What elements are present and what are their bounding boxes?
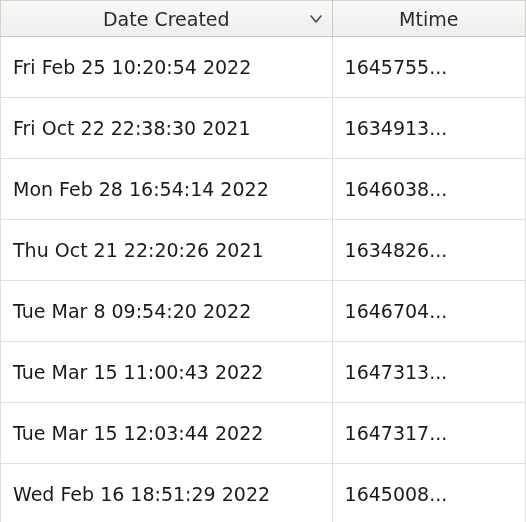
cell-mtime: 1645755... <box>332 37 525 98</box>
table-row[interactable]: Tue Mar 15 11:00:43 2022 1647313... <box>1 342 526 403</box>
table-header-row: Date Created Mtime <box>1 1 526 37</box>
cell-date-created: Tue Mar 8 09:54:20 2022 <box>1 281 333 342</box>
sort-descending-icon <box>310 15 322 23</box>
cell-mtime: 1634826... <box>332 220 525 281</box>
table-row[interactable]: Fri Oct 22 22:38:30 2021 1634913... <box>1 98 526 159</box>
cell-mtime: 1647317... <box>332 403 525 464</box>
column-header-date-created[interactable]: Date Created <box>1 1 333 37</box>
data-table: Date Created Mtime Fri Feb 25 10:20:54 2… <box>0 0 526 522</box>
table-body: Fri Feb 25 10:20:54 2022 1645755... Fri … <box>1 37 526 523</box>
cell-mtime: 1646038... <box>332 159 525 220</box>
table-row[interactable]: Mon Feb 28 16:54:14 2022 1646038... <box>1 159 526 220</box>
cell-mtime: 1647313... <box>332 342 525 403</box>
cell-date-created: Wed Feb 16 18:51:29 2022 <box>1 464 333 523</box>
table-row[interactable]: Thu Oct 21 22:20:26 2021 1634826... <box>1 220 526 281</box>
table-row[interactable]: Fri Feb 25 10:20:54 2022 1645755... <box>1 37 526 98</box>
column-header-label: Mtime <box>399 8 458 30</box>
cell-date-created: Fri Feb 25 10:20:54 2022 <box>1 37 333 98</box>
table-row[interactable]: Tue Mar 15 12:03:44 2022 1647317... <box>1 403 526 464</box>
table-row[interactable]: Tue Mar 8 09:54:20 2022 1646704... <box>1 281 526 342</box>
column-header-label: Date Created <box>103 8 230 30</box>
cell-date-created: Fri Oct 22 22:38:30 2021 <box>1 98 333 159</box>
column-header-mtime[interactable]: Mtime <box>332 1 525 37</box>
cell-mtime: 1645008... <box>332 464 525 523</box>
cell-date-created: Mon Feb 28 16:54:14 2022 <box>1 159 333 220</box>
cell-date-created: Tue Mar 15 12:03:44 2022 <box>1 403 333 464</box>
cell-date-created: Thu Oct 21 22:20:26 2021 <box>1 220 333 281</box>
cell-date-created: Tue Mar 15 11:00:43 2022 <box>1 342 333 403</box>
cell-mtime: 1634913... <box>332 98 525 159</box>
table-row[interactable]: Wed Feb 16 18:51:29 2022 1645008... <box>1 464 526 523</box>
cell-mtime: 1646704... <box>332 281 525 342</box>
